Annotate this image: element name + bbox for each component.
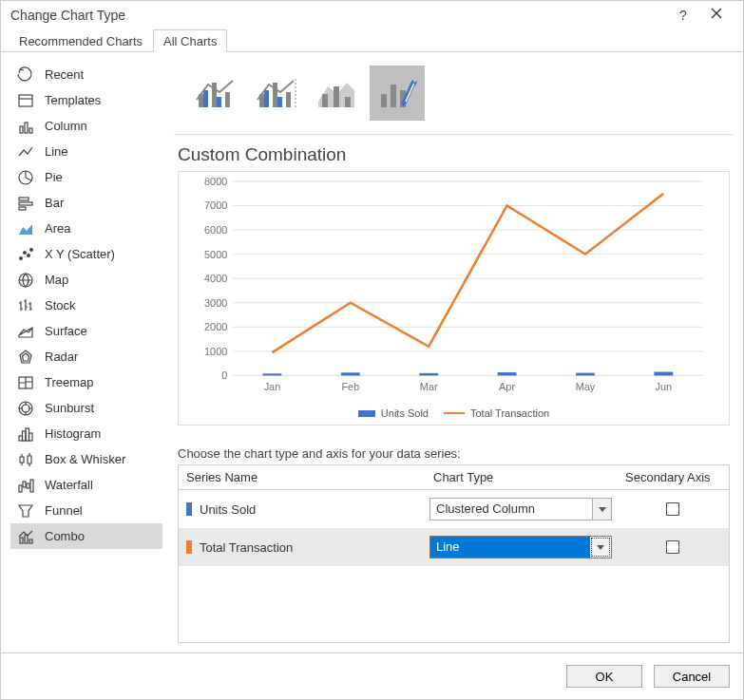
svg-rect-26 bbox=[20, 538, 23, 543]
sidebar-item-label: Pie bbox=[45, 170, 63, 184]
svg-rect-33 bbox=[225, 92, 230, 107]
bar-icon bbox=[16, 194, 35, 213]
histogram-icon bbox=[16, 425, 35, 444]
radar-icon bbox=[16, 348, 35, 367]
tab-all-charts[interactable]: All Charts bbox=[153, 29, 227, 52]
dropdown-button[interactable] bbox=[591, 538, 610, 557]
sidebar-item-funnel[interactable]: Funnel bbox=[10, 498, 162, 523]
sidebar-item-scatter[interactable]: X Y (Scatter) bbox=[10, 241, 162, 267]
scatter-icon bbox=[16, 245, 35, 264]
combo-icon bbox=[16, 527, 35, 546]
dropdown-button[interactable] bbox=[592, 499, 611, 520]
secondary-axis-checkbox-transaction[interactable] bbox=[666, 540, 679, 554]
tabs: Recommended Charts All Charts bbox=[1, 28, 743, 52]
svg-text:6000: 6000 bbox=[204, 224, 227, 236]
pie-icon bbox=[16, 168, 35, 187]
svg-text:Jan: Jan bbox=[264, 381, 281, 392]
help-button[interactable]: ? bbox=[669, 8, 697, 23]
close-button[interactable] bbox=[697, 8, 735, 22]
sidebar-item-recent[interactable]: Recent bbox=[10, 62, 162, 87]
svg-rect-7 bbox=[19, 207, 26, 210]
sidebar-item-surface[interactable]: Surface bbox=[10, 318, 162, 344]
chart-type-dropdown-transaction[interactable]: Line bbox=[429, 536, 612, 558]
tab-recommended[interactable]: Recommended Charts bbox=[9, 29, 153, 52]
sidebar-item-map[interactable]: Map bbox=[10, 267, 162, 293]
svg-rect-39 bbox=[322, 94, 328, 107]
sidebar-item-treemap[interactable]: Treemap bbox=[10, 369, 162, 395]
series-name-label: Units Sold bbox=[200, 502, 256, 517]
sidebar-item-bar[interactable]: Bar bbox=[10, 190, 162, 216]
chart-type-dropdown-units[interactable]: Clustered Column bbox=[429, 498, 612, 520]
legend-swatch-line bbox=[444, 412, 465, 415]
sidebar-item-box-whisker[interactable]: Box & Whisker bbox=[10, 446, 162, 472]
legend-total-transaction: Total Transaction bbox=[444, 407, 549, 419]
titlebar: Change Chart Type ? bbox=[1, 1, 743, 28]
sidebar-item-area[interactable]: Area bbox=[10, 216, 162, 241]
sidebar-item-stock[interactable]: Stock bbox=[10, 293, 162, 318]
chart-preview-title: Custom Combination bbox=[178, 144, 734, 165]
svg-text:Jun: Jun bbox=[656, 381, 673, 392]
svg-rect-31 bbox=[212, 83, 217, 107]
sidebar-item-label: Box & Whisker bbox=[45, 452, 125, 466]
cancel-button[interactable]: Cancel bbox=[654, 665, 730, 688]
svg-rect-24 bbox=[27, 483, 29, 488]
svg-text:Apr: Apr bbox=[499, 381, 515, 392]
combo-subtype-2[interactable] bbox=[248, 66, 303, 121]
treemap-icon bbox=[16, 373, 35, 392]
sunburst-icon bbox=[16, 399, 35, 418]
combo-subtype-custom[interactable] bbox=[370, 66, 425, 121]
sidebar-item-radar[interactable]: Radar bbox=[10, 344, 162, 369]
change-chart-type-dialog: Change Chart Type ? Recommended Charts A… bbox=[0, 0, 744, 700]
legend-units-sold: Units Sold bbox=[358, 407, 429, 419]
subtype-thumbnails bbox=[174, 62, 734, 135]
svg-text:7000: 7000 bbox=[204, 199, 227, 211]
legend-swatch-bar bbox=[358, 410, 375, 417]
column-icon bbox=[16, 117, 35, 136]
line-icon bbox=[16, 142, 35, 161]
secondary-axis-checkbox-units[interactable] bbox=[666, 502, 679, 516]
sidebar-item-pie[interactable]: Pie bbox=[10, 164, 162, 190]
svg-rect-42 bbox=[381, 94, 387, 107]
sidebar-item-label: Area bbox=[45, 221, 70, 236]
recent-icon bbox=[16, 66, 35, 85]
ok-button[interactable]: OK bbox=[566, 665, 642, 688]
waterfall-icon bbox=[16, 476, 35, 495]
svg-rect-1 bbox=[20, 126, 23, 133]
series-row-total-transaction: Total Transaction Line bbox=[179, 528, 729, 566]
svg-text:0: 0 bbox=[221, 369, 227, 381]
sidebar-item-label: Stock bbox=[45, 298, 76, 312]
chart-legend: Units Sold Total Transaction bbox=[179, 407, 729, 419]
combo-subtype-3[interactable] bbox=[309, 66, 364, 121]
svg-text:5000: 5000 bbox=[204, 249, 227, 260]
sidebar-item-sunburst[interactable]: Sunburst bbox=[10, 395, 162, 421]
svg-rect-32 bbox=[217, 97, 221, 107]
svg-rect-25 bbox=[30, 480, 33, 492]
sidebar-item-label: Combo bbox=[45, 529, 85, 543]
sidebar-item-line[interactable]: Line bbox=[10, 139, 162, 164]
svg-rect-28 bbox=[29, 539, 32, 543]
sidebar-item-waterfall[interactable]: Waterfall bbox=[10, 472, 162, 498]
svg-point-11 bbox=[30, 248, 33, 251]
svg-rect-36 bbox=[273, 83, 277, 107]
dialog-title: Change Chart Type bbox=[10, 8, 669, 23]
sidebar-item-templates[interactable]: Templates bbox=[10, 87, 162, 113]
sidebar-item-label: Column bbox=[45, 119, 87, 133]
svg-rect-65 bbox=[419, 373, 438, 376]
map-icon bbox=[16, 271, 35, 290]
series-name-label: Total Transaction bbox=[200, 540, 293, 555]
svg-text:3000: 3000 bbox=[204, 297, 227, 309]
sidebar-item-label: X Y (Scatter) bbox=[45, 247, 115, 261]
svg-rect-6 bbox=[19, 202, 32, 205]
combo-subtype-1[interactable] bbox=[187, 66, 242, 121]
sidebar-item-label: Surface bbox=[45, 324, 87, 338]
svg-text:Feb: Feb bbox=[341, 381, 359, 392]
svg-rect-40 bbox=[334, 86, 339, 107]
sidebar-item-combo[interactable]: Combo bbox=[10, 523, 162, 549]
sidebar-item-histogram[interactable]: Histogram bbox=[10, 421, 162, 446]
svg-rect-21 bbox=[29, 433, 33, 441]
sidebar-item-column[interactable]: Column bbox=[10, 113, 162, 139]
sidebar-item-label: Bar bbox=[45, 196, 64, 210]
svg-rect-3 bbox=[29, 128, 32, 133]
sidebar-item-label: Waterfall bbox=[45, 478, 93, 492]
svg-rect-5 bbox=[19, 198, 29, 200]
